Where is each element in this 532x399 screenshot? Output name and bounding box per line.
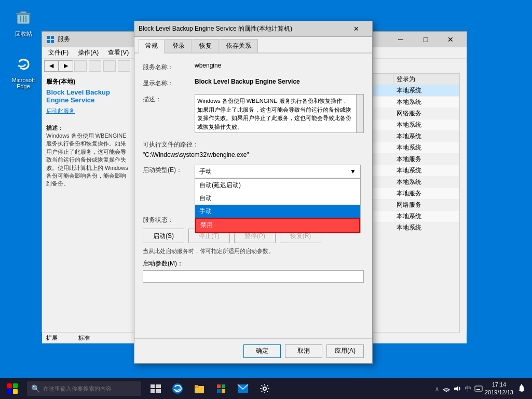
param-label: 启动参数(M)： — [143, 259, 364, 268]
services-sidebar-desc: Windows 备份使用 WBENGINE 服务执行备份和恢复操作。如果用户停止… — [46, 132, 131, 188]
dropdown-list: 自动(延迟启动) 自动 手动 禁用 — [195, 178, 361, 233]
services-start-link[interactable]: 启动此服务 — [46, 107, 131, 115]
tab-dependencies[interactable]: 依存关系 — [220, 39, 258, 52]
status-label: 服务状态： — [143, 215, 195, 224]
svg-rect-10 — [51, 40, 54, 43]
volume-icon — [454, 385, 462, 392]
taskbar-store-btn[interactable] — [211, 378, 231, 399]
startup-type-row: 启动类型(E)： 手动 ▼ 自动(延迟启动) 自动 手动 禁用 — [143, 165, 364, 178]
path-label: 可执行文件的路径： — [143, 139, 364, 149]
start-button[interactable] — [0, 378, 25, 399]
service-name-row: 服务名称： wbengine — [143, 62, 364, 72]
display-name-row: 显示名称： Block Level Backup Engine Service — [143, 78, 364, 88]
taskbar-mail-btn[interactable] — [233, 378, 253, 399]
svg-rect-22 — [222, 389, 225, 393]
dropdown-display[interactable]: 手动 ▼ — [195, 165, 361, 178]
startup-type-label: 启动类型(E)： — [143, 165, 195, 175]
services-sidebar-service-name: Block Level Backup Engine Service — [46, 88, 131, 104]
dialog-content: 服务名称： wbengine 显示名称： Block Level Backup … — [134, 54, 372, 291]
taskbar-explorer-btn[interactable] — [189, 378, 210, 399]
svg-point-24 — [263, 387, 266, 390]
svg-rect-2 — [16, 13, 31, 15]
search-input[interactable] — [43, 385, 134, 392]
display-name-label: 显示名称： — [143, 78, 195, 88]
keyboard-icon — [474, 385, 483, 392]
dropdown-option-auto[interactable]: 自动 — [195, 192, 360, 205]
path-value: "C:\Windows\system32\wbengine.exe" — [143, 151, 364, 158]
start-button[interactable]: 启动(S) — [143, 229, 184, 243]
services-scrollbar[interactable] — [459, 73, 467, 332]
services-menu-file[interactable]: 文件(F) — [44, 47, 73, 58]
task-view-btn[interactable] — [145, 378, 166, 399]
svg-rect-27 — [475, 386, 482, 391]
dialog-title: Block Level Backup Engine Service 的属性(本地… — [139, 24, 292, 33]
dropdown-option-manual[interactable]: 手动 — [195, 205, 360, 218]
services-titlebar-buttons: ─ □ ✕ — [389, 34, 462, 45]
service-name-value: wbengine — [195, 62, 364, 69]
svg-rect-19 — [217, 384, 221, 388]
svg-rect-18 — [195, 385, 198, 387]
taskbar-settings-btn[interactable] — [254, 378, 275, 399]
taskbar-clock[interactable]: 17:14 2019/12/13 — [485, 381, 513, 397]
services-menu-view[interactable]: 查看(V) — [104, 47, 133, 58]
network-icon — [442, 385, 451, 392]
services-title: 服务 — [46, 35, 70, 44]
taskbar-edge-btn[interactable] — [167, 378, 188, 399]
services-minimize-btn[interactable]: ─ — [389, 34, 413, 45]
description-text: Windows 备份使用 WBENGINE 服务执行备份和恢复操作，如果用户停止… — [197, 97, 361, 133]
display-name-value: Block Level Backup Engine Service — [195, 78, 364, 85]
tab-recovery[interactable]: 恢复 — [193, 39, 219, 52]
services-forward-btn[interactable]: ▶ — [59, 60, 73, 72]
systray-caret[interactable]: ∧ — [435, 385, 439, 392]
col-logon: 登录为 — [393, 74, 467, 85]
systray: ∧ 中 — [435, 384, 483, 393]
param-input[interactable] — [143, 270, 364, 283]
tab-logon[interactable]: 登录 — [166, 39, 192, 52]
services-close-btn[interactable]: ✕ — [439, 34, 462, 45]
svg-rect-8 — [51, 36, 54, 39]
svg-rect-11 — [151, 384, 155, 388]
services-back-btn[interactable]: ◀ — [44, 60, 59, 72]
dropdown-option-auto-delayed[interactable]: 自动(延迟启动) — [195, 179, 360, 192]
clock-time: 17:14 — [485, 381, 513, 389]
services-sidebar-title: 服务(本地) — [46, 77, 131, 86]
ime-indicator[interactable]: 中 — [465, 384, 471, 393]
path-section: 可执行文件的路径： "C:\Windows\system32\wbengine.… — [143, 139, 364, 158]
hint-text: 当从此处启动服务时，你可指定所适用的启动参数。 — [143, 247, 364, 255]
dialog-tabs: 常规 登录 恢复 依存关系 — [134, 37, 372, 54]
svg-rect-21 — [217, 389, 221, 393]
taskbar: 🔍 ∧ — [0, 378, 532, 399]
dropdown-option-disabled[interactable]: 禁用 — [195, 218, 360, 233]
svg-rect-13 — [151, 389, 155, 393]
svg-marker-26 — [454, 386, 458, 391]
recycle-bin-label: 回收站 — [15, 30, 32, 38]
description-row: 描述： Windows 备份使用 WBENGINE 服务执行备份和恢复操作，如果… — [143, 94, 364, 133]
desc-label: 描述： — [143, 94, 195, 104]
ok-button[interactable]: 确定 — [243, 344, 281, 358]
tab-general[interactable]: 常规 — [139, 39, 165, 54]
dialog-titlebar: Block Level Backup Engine Service 的属性(本地… — [134, 21, 372, 37]
recycle-bin-icon[interactable]: 回收站 — [5, 5, 42, 40]
dropdown-selected-value: 手动 — [199, 167, 212, 176]
services-sidebar: 服务(本地) Block Level Backup Engine Service… — [42, 73, 135, 332]
cancel-button[interactable]: 取消 — [285, 344, 322, 358]
notification-btn[interactable] — [515, 378, 528, 399]
startup-type-dropdown[interactable]: 手动 ▼ 自动(延迟启动) 自动 手动 禁用 — [195, 165, 361, 178]
apply-button[interactable]: 应用(A) — [326, 344, 364, 358]
services-sidebar-desc-heading: 描述： — [46, 124, 131, 132]
edge-desktop-label: MicrosoftEdge — [12, 77, 35, 89]
services-maximize-btn[interactable]: □ — [414, 34, 438, 45]
dialog-footer: 确定 取消 应用(A) — [134, 338, 372, 363]
svg-point-25 — [445, 391, 447, 393]
description-scrollbar[interactable] — [356, 95, 363, 132]
properties-dialog: Block Level Backup Engine Service 的属性(本地… — [134, 21, 373, 364]
svg-rect-9 — [47, 40, 50, 43]
services-menu-action[interactable]: 操作(A) — [74, 47, 103, 58]
edge-desktop-icon[interactable]: MicrosoftEdge — [5, 52, 42, 91]
dropdown-arrow-icon: ▼ — [350, 168, 356, 175]
search-icon: 🔍 — [31, 384, 40, 393]
taskbar-apps — [145, 378, 275, 399]
taskbar-search-box[interactable]: 🔍 — [27, 381, 141, 396]
dialog-close-btn[interactable]: ✕ — [344, 23, 368, 35]
svg-rect-20 — [222, 384, 225, 388]
